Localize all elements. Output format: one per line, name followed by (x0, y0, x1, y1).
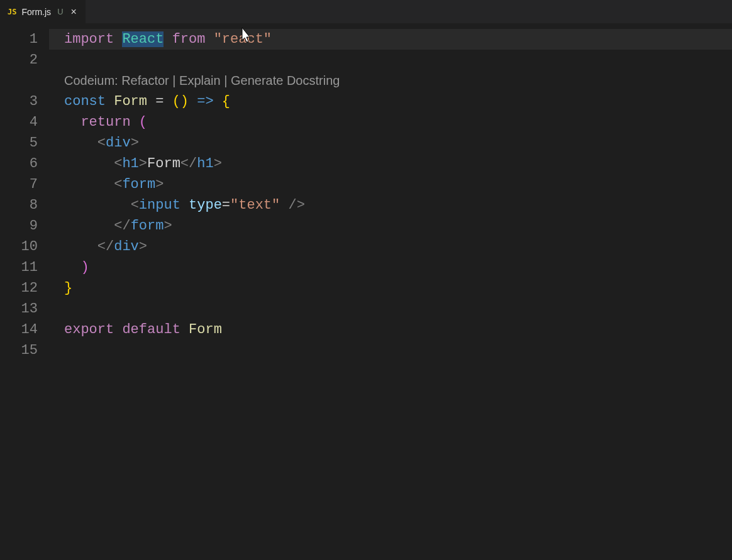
code-line-9[interactable]: </form> (49, 216, 732, 236)
line-number: 9 (0, 216, 38, 236)
codelens-docstring[interactable]: Generate Docstring (231, 74, 340, 87)
tag-div: div (106, 135, 131, 151)
code-lens: Codeium: Refactor | Explain | Generate D… (49, 70, 732, 91)
line-number: 11 (0, 257, 38, 278)
tab-filename: Form.js (21, 7, 51, 17)
code-line-14[interactable]: export default Form (49, 319, 732, 340)
codelens-refactor[interactable]: Codeium: Refactor (64, 74, 169, 87)
tab-unsaved-indicator: U (57, 7, 63, 16)
code-line-5[interactable]: <div> (49, 133, 732, 153)
tab-form-js[interactable]: JS Form.js U × (0, 0, 86, 23)
line-number: 5 (0, 133, 38, 153)
code-line-11[interactable]: ) (49, 257, 732, 278)
code-line-1[interactable]: import React from "react" (49, 29, 732, 50)
tab-bar: JS Form.js U × (0, 0, 732, 24)
code-line-12[interactable]: } (49, 278, 732, 299)
keyword-from: from (172, 31, 206, 47)
line-number: 12 (0, 278, 38, 299)
text-form: Form (147, 156, 180, 172)
code-line-2[interactable] (49, 50, 732, 70)
identifier-react-selected: React (122, 31, 164, 47)
keyword-import: import (64, 31, 114, 47)
code-line-15[interactable] (49, 340, 732, 361)
line-number: 7 (0, 174, 38, 195)
line-number-gutter: 1 2 3 4 5 6 7 8 9 10 11 12 13 14 15 (0, 24, 49, 560)
tag-input: input (139, 197, 180, 213)
tag-form: form (122, 177, 155, 192)
line-number: 10 (0, 236, 38, 257)
tag-h1: h1 (122, 156, 138, 172)
keyword-export: export (64, 322, 114, 338)
keyword-return: return (80, 114, 130, 130)
line-number: 6 (0, 153, 38, 174)
code-line-3[interactable]: const Form = () => { (49, 91, 732, 112)
code-line-4[interactable]: return ( (49, 112, 732, 133)
code-line-7[interactable]: <form> (49, 174, 732, 195)
string-text: "text" (230, 197, 280, 213)
identifier-form: Form (114, 94, 147, 109)
line-number: 13 (0, 299, 38, 319)
attr-type: type (189, 197, 222, 213)
line-number: 1 (0, 29, 38, 50)
string-react: "react" (214, 31, 272, 47)
editor-area[interactable]: 1 2 3 4 5 6 7 8 9 10 11 12 13 14 15 impo… (0, 24, 732, 560)
keyword-default: default (122, 322, 180, 338)
keyword-const: const (64, 94, 106, 109)
code-line-13[interactable] (49, 299, 732, 319)
code-line-6[interactable]: <h1>Form</h1> (49, 153, 732, 174)
line-number: 15 (0, 340, 38, 361)
line-number: 4 (0, 112, 38, 133)
code-line-8[interactable]: <input type="text" /> (49, 195, 732, 216)
line-number-spacer (0, 70, 38, 91)
identifier-form: Form (189, 322, 222, 338)
line-number: 14 (0, 319, 38, 340)
line-number: 8 (0, 195, 38, 216)
codelens-explain[interactable]: Explain (179, 74, 221, 87)
code-content[interactable]: import React from "react" Codeium: Refac… (49, 24, 732, 560)
code-line-10[interactable]: </div> (49, 236, 732, 257)
close-icon[interactable]: × (69, 6, 79, 18)
line-number: 3 (0, 91, 38, 112)
line-number: 2 (0, 50, 38, 70)
js-file-icon: JS (8, 8, 16, 16)
